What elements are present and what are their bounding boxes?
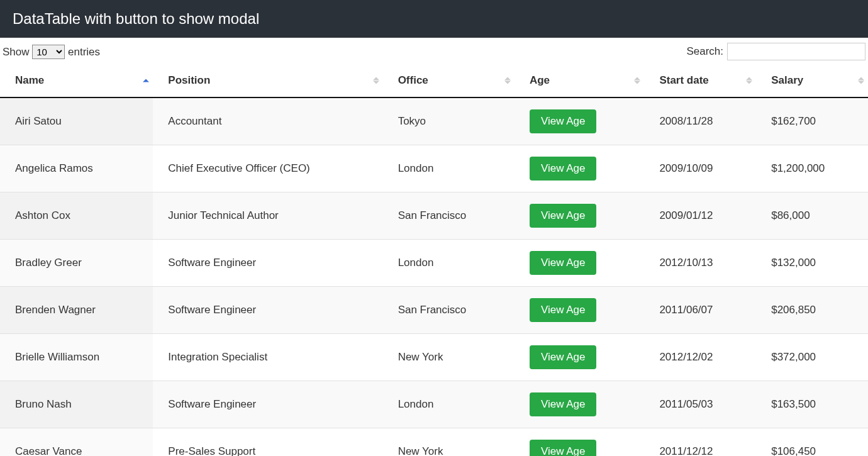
cell-age: View Age: [515, 334, 644, 381]
cell-position: Software Engineer: [153, 240, 382, 287]
column-header-age[interactable]: Age: [515, 64, 644, 97]
cell-name: Bradley Greer: [0, 240, 153, 287]
table-row: Caesar VancePre-Sales SupportNew YorkVie…: [0, 428, 868, 457]
cell-office: San Francisco: [383, 287, 515, 334]
cell-salary: $106,450: [756, 428, 868, 457]
column-header-office[interactable]: Office: [383, 64, 515, 97]
cell-position: Pre-Sales Support: [153, 428, 382, 457]
cell-age: View Age: [515, 145, 644, 192]
cell-office: San Francisco: [383, 192, 515, 240]
cell-office: London: [383, 240, 515, 287]
cell-start-date: 2012/10/13: [644, 240, 756, 287]
cell-position: Integration Specialist: [153, 334, 382, 381]
cell-name: Brenden Wagner: [0, 287, 153, 334]
length-prefix: Show: [3, 46, 30, 58]
cell-position: Junior Technical Author: [153, 192, 382, 240]
table-row: Ashton CoxJunior Technical AuthorSan Fra…: [0, 192, 868, 240]
cell-salary: $372,000: [756, 334, 868, 381]
column-label: Name: [15, 74, 44, 86]
cell-position: Accountant: [153, 97, 382, 145]
table-row: Angelica RamosChief Executive Officer (C…: [0, 145, 868, 192]
data-table: NamePositionOfficeAgeStart dateSalary Ai…: [0, 64, 868, 456]
view-age-button[interactable]: View Age: [530, 109, 597, 133]
sort-icon: [858, 77, 864, 84]
cell-office: London: [383, 145, 515, 192]
cell-name: Bruno Nash: [0, 381, 153, 428]
cell-name: Ashton Cox: [0, 192, 153, 240]
view-age-button[interactable]: View Age: [530, 440, 597, 456]
cell-office: Tokyo: [383, 97, 515, 145]
cell-age: View Age: [515, 192, 644, 240]
table-row: Brielle WilliamsonIntegration Specialist…: [0, 334, 868, 381]
view-age-button[interactable]: View Age: [530, 345, 597, 369]
sort-icon: [504, 77, 511, 84]
cell-name: Caesar Vance: [0, 428, 153, 457]
cell-start-date: 2009/10/09: [644, 145, 756, 192]
search-input[interactable]: [727, 43, 865, 60]
length-select[interactable]: 102550100: [32, 45, 65, 59]
search-label: Search:: [686, 45, 723, 58]
cell-start-date: 2011/06/07: [644, 287, 756, 334]
length-suffix: entries: [68, 46, 100, 58]
cell-position: Chief Executive Officer (CEO): [153, 145, 382, 192]
cell-name: Angelica Ramos: [0, 145, 153, 192]
view-age-button[interactable]: View Age: [530, 298, 597, 322]
column-header-name[interactable]: Name: [0, 64, 153, 97]
view-age-button[interactable]: View Age: [530, 251, 597, 275]
table-controls: Show 102550100 entries Search:: [0, 38, 868, 63]
cell-start-date: 2011/05/03: [644, 381, 756, 428]
cell-office: New York: [383, 334, 515, 381]
cell-salary: $206,850: [756, 287, 868, 334]
column-label: Position: [168, 74, 210, 86]
table-row: Airi SatouAccountantTokyoView Age2008/11…: [0, 97, 868, 145]
cell-salary: $162,700: [756, 97, 868, 145]
cell-office: New York: [383, 428, 515, 457]
cell-name: Airi Satou: [0, 97, 153, 145]
cell-age: View Age: [515, 287, 644, 334]
sort-icon: [373, 77, 379, 84]
sort-icon: [634, 77, 640, 84]
cell-position: Software Engineer: [153, 287, 382, 334]
cell-age: View Age: [515, 97, 644, 145]
table-row: Brenden WagnerSoftware EngineerSan Franc…: [0, 287, 868, 334]
view-age-button[interactable]: View Age: [530, 157, 597, 181]
search-control: Search:: [686, 43, 865, 60]
column-header-position[interactable]: Position: [153, 64, 382, 97]
column-header-salary[interactable]: Salary: [756, 64, 868, 97]
cell-start-date: 2009/01/12: [644, 192, 756, 240]
cell-age: View Age: [515, 240, 644, 287]
cell-salary: $1,200,000: [756, 145, 868, 192]
cell-position: Software Engineer: [153, 381, 382, 428]
cell-office: London: [383, 381, 515, 428]
cell-salary: $86,000: [756, 192, 868, 240]
cell-name: Brielle Williamson: [0, 334, 153, 381]
sort-icon: [746, 77, 752, 84]
table-row: Bruno NashSoftware EngineerLondonView Ag…: [0, 381, 868, 428]
table-row: Bradley GreerSoftware EngineerLondonView…: [0, 240, 868, 287]
column-label: Office: [398, 74, 428, 86]
cell-start-date: 2008/11/28: [644, 97, 756, 145]
column-header-start_date[interactable]: Start date: [644, 64, 756, 97]
cell-salary: $132,000: [756, 240, 868, 287]
view-age-button[interactable]: View Age: [530, 392, 597, 416]
cell-start-date: 2011/12/12: [644, 428, 756, 457]
page-title: DataTable with button to show modal: [0, 0, 868, 38]
cell-salary: $163,500: [756, 381, 868, 428]
cell-start-date: 2012/12/02: [644, 334, 756, 381]
sort-icon: [143, 79, 149, 82]
length-control: Show 102550100 entries: [3, 45, 100, 59]
column-label: Salary: [771, 74, 803, 86]
view-age-button[interactable]: View Age: [530, 204, 597, 228]
cell-age: View Age: [515, 428, 644, 457]
column-label: Start date: [659, 74, 708, 86]
cell-age: View Age: [515, 381, 644, 428]
column-label: Age: [530, 74, 550, 86]
